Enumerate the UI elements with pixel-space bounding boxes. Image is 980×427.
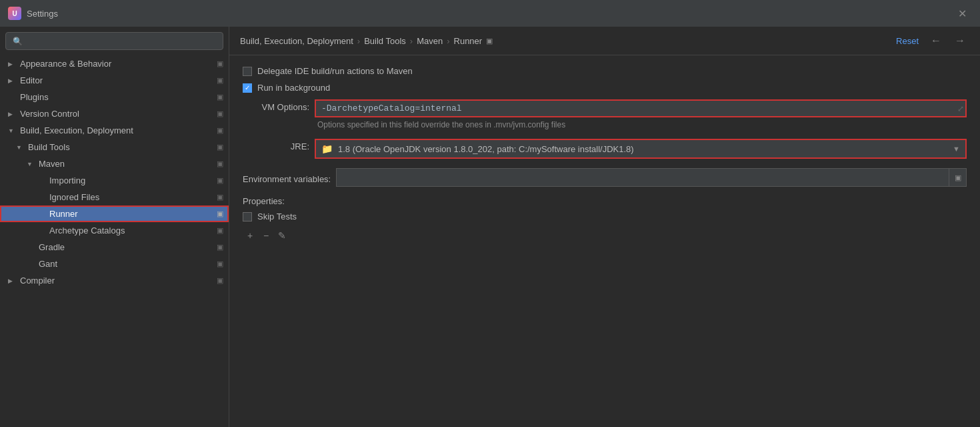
sidebar-item-archetype-catalogs[interactable]: ▶ Archetype Catalogs ▣ (0, 222, 229, 239)
search-box[interactable]: 🔍 (5, 32, 223, 50)
search-icon: 🔍 (13, 37, 23, 46)
run-background-checkbox[interactable] (243, 83, 252, 93)
folder-icon: 📁 (321, 143, 333, 154)
expand-arrow-maven: ▼ (27, 161, 35, 167)
breadcrumb-sep-3: › (447, 36, 449, 46)
settings-icon-gradle: ▣ (217, 243, 223, 252)
settings-icon-bt: ▣ (217, 143, 223, 151)
sidebar-label-maven: Maven (39, 159, 65, 169)
window-title: Settings (27, 9, 58, 19)
breadcrumb-icon: ▣ (486, 37, 493, 45)
settings-icon-editor: ▣ (217, 76, 223, 85)
sidebar-item-build-exec-deploy[interactable]: ▼ Build, Execution, Deployment ▣ (0, 122, 229, 139)
settings-icon-bed: ▣ (217, 126, 223, 135)
jre-label: JRE: (243, 139, 309, 151)
env-vars-field: ▣ (336, 168, 967, 187)
content-header: Build, Execution, Deployment › Build Too… (229, 27, 980, 55)
sidebar-item-importing[interactable]: ▶ Importing ▣ (0, 172, 229, 189)
env-vars-row: Environment variables: ▣ (243, 168, 967, 187)
settings-icon-runner: ▣ (217, 209, 223, 218)
search-input[interactable] (27, 36, 216, 46)
breadcrumb-part-2: Build Tools (364, 36, 406, 46)
sidebar-item-editor[interactable]: ▶ Editor ▣ (0, 72, 229, 89)
breadcrumb-sep-1: › (357, 36, 360, 46)
jre-value: 📁 1.8 (Oracle OpenJDK version 1.8.0_202,… (316, 140, 947, 157)
vm-options-expand-icon[interactable]: ⤢ (957, 104, 964, 113)
expand-arrow-editor: ▶ (8, 77, 16, 84)
vm-options-label: VM Options: (243, 99, 309, 112)
expand-arrow-gradle: ▶ (27, 244, 35, 251)
sidebar-label-compiler: Compiler (20, 276, 55, 286)
sidebar-item-version-control[interactable]: ▶ Version Control ▣ (0, 105, 229, 122)
env-vars-edit-btn[interactable]: ▣ (949, 168, 967, 187)
sidebar-label-bt: Build Tools (28, 142, 70, 152)
settings-icon-archetype: ▣ (217, 226, 223, 235)
expand-arrow-vc: ▶ (8, 111, 16, 117)
main-layout: 🔍 ▶ Appearance & Behavior ▣ ▶ Editor ▣ ▶… (0, 27, 980, 427)
sidebar-label-vc: Version Control (20, 109, 79, 119)
sidebar-item-build-tools[interactable]: ▼ Build Tools ▣ (0, 139, 229, 155)
sidebar-item-plugins[interactable]: ▶ Plugins ▣ (0, 89, 229, 105)
vm-options-wrapper: ⤢ Options specified in this field overri… (315, 99, 967, 129)
sidebar-item-gant[interactable]: ▶ Gant ▣ (0, 256, 229, 272)
form-content: Delegate IDE build/run actions to Maven … (229, 55, 980, 427)
env-vars-input[interactable] (336, 168, 949, 187)
settings-icon-importing: ▣ (217, 176, 223, 185)
settings-icon-appearance: ▣ (217, 59, 223, 68)
jre-dropdown-arrow[interactable]: ▼ (947, 141, 965, 156)
edit-property-button[interactable]: ✎ (275, 228, 289, 243)
content-area: Build, Execution, Deployment › Build Too… (229, 27, 980, 427)
sidebar-label-runner: Runner (49, 209, 78, 219)
settings-icon-ignored: ▣ (217, 193, 223, 201)
settings-icon-maven: ▣ (217, 159, 223, 168)
breadcrumb: Build, Execution, Deployment › Build Too… (240, 36, 493, 46)
skip-tests-label: Skip Tests (257, 211, 297, 222)
expand-arrow-plugins: ▶ (8, 94, 16, 101)
sidebar-item-maven[interactable]: ▼ Maven ▣ (0, 155, 229, 172)
delegate-label: Delegate IDE build/run actions to Maven (257, 66, 413, 76)
vm-options-input[interactable] (315, 99, 967, 117)
title-bar: U Settings ✕ (0, 0, 980, 27)
expand-arrow-runner: ▶ (37, 211, 45, 218)
expand-arrow-importing: ▶ (37, 177, 45, 184)
expand-arrow-appearance: ▶ (8, 61, 16, 67)
vm-options-row: VM Options: ⤢ Options specified in this … (243, 99, 967, 129)
sidebar-item-gradle[interactable]: ▶ Gradle ▣ (0, 239, 229, 256)
back-button[interactable]: ← (927, 33, 945, 48)
jre-row: JRE: 📁 1.8 (Oracle OpenJDK version 1.8.0… (243, 139, 967, 159)
close-button[interactable]: ✕ (953, 5, 972, 23)
app-icon: U (8, 7, 21, 20)
remove-property-button[interactable]: − (259, 228, 273, 243)
skip-tests-checkbox[interactable] (243, 212, 252, 222)
header-actions: Reset ← → (893, 33, 969, 48)
settings-icon-plugins: ▣ (217, 93, 223, 101)
skip-tests-row: Skip Tests (243, 211, 967, 222)
title-bar-left: U Settings (8, 7, 58, 20)
sidebar-item-runner[interactable]: ▶ Runner ▣ (0, 205, 229, 222)
sidebar-item-appearance[interactable]: ▶ Appearance & Behavior ▣ (0, 55, 229, 72)
sidebar-label-importing: Importing (49, 175, 85, 185)
add-property-button[interactable]: + (243, 228, 257, 243)
expand-arrow-archetype: ▶ (37, 228, 45, 234)
properties-label: Properties: (243, 196, 967, 206)
forward-button[interactable]: → (951, 33, 969, 48)
expand-arrow-bed: ▼ (8, 127, 16, 134)
sidebar-label-gradle: Gradle (39, 242, 65, 252)
sidebar: 🔍 ▶ Appearance & Behavior ▣ ▶ Editor ▣ ▶… (0, 27, 229, 427)
delegate-checkbox[interactable] (243, 67, 252, 76)
reset-button[interactable]: Reset (893, 35, 921, 47)
jre-select[interactable]: 📁 1.8 (Oracle OpenJDK version 1.8.0_202,… (315, 139, 967, 159)
breadcrumb-part-4: Runner (454, 36, 483, 46)
sidebar-label-bed: Build, Execution, Deployment (20, 125, 133, 135)
expand-arrow-ignored: ▶ (37, 194, 45, 201)
sidebar-label-ignored: Ignored Files (49, 192, 99, 202)
settings-icon-compiler: ▣ (217, 276, 223, 285)
sidebar-label-archetype: Archetype Catalogs (49, 226, 125, 236)
expand-arrow-bt: ▼ (16, 144, 24, 151)
run-background-row: Run in background (243, 83, 967, 93)
expand-arrow-gant: ▶ (27, 261, 35, 268)
sidebar-item-compiler[interactable]: ▶ Compiler ▣ (0, 272, 229, 289)
sidebar-label-appearance: Appearance & Behavior (20, 59, 111, 69)
sidebar-item-ignored-files[interactable]: ▶ Ignored Files ▣ (0, 189, 229, 205)
sidebar-label-editor: Editor (20, 75, 43, 85)
